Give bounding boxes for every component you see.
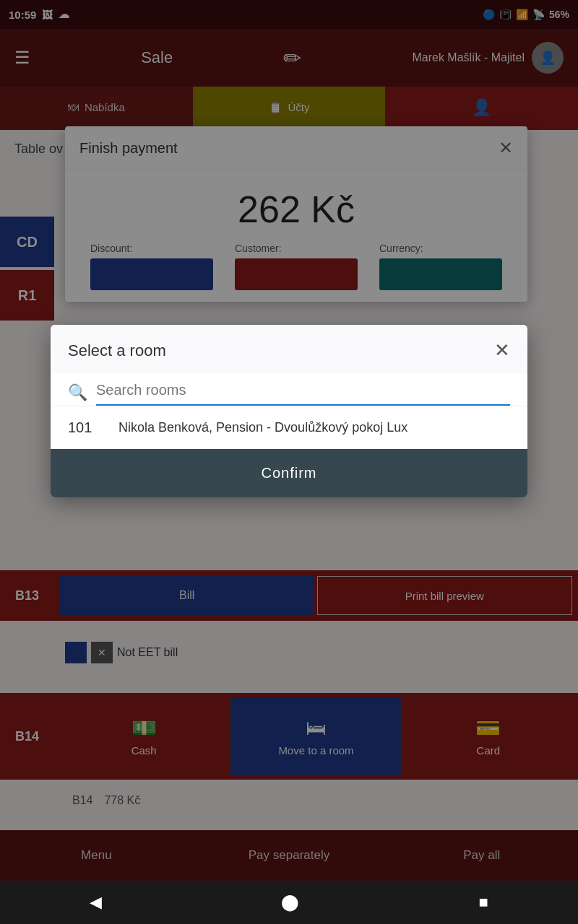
back-button[interactable]: ◀ bbox=[90, 893, 102, 912]
room-number: 101 bbox=[68, 419, 104, 436]
select-room-dialog: Select a room ✕ 🔍 101 Nikola Benková, Pe… bbox=[51, 325, 527, 497]
confirm-label: Confirm bbox=[261, 465, 316, 481]
home-button[interactable]: ⬤ bbox=[281, 893, 299, 912]
rd-title: Select a room bbox=[68, 341, 166, 360]
android-nav: ◀ ⬤ ■ bbox=[0, 881, 578, 924]
room-list-item[interactable]: 101 Nikola Benková, Pension - Dvoulůžkov… bbox=[51, 406, 527, 449]
search-icon: 🔍 bbox=[68, 383, 87, 402]
confirm-button[interactable]: Confirm bbox=[51, 449, 527, 497]
rd-list: 101 Nikola Benková, Pension - Dvoulůžkov… bbox=[51, 406, 527, 449]
recent-button[interactable]: ■ bbox=[479, 893, 488, 912]
rd-close-button[interactable]: ✕ bbox=[494, 339, 510, 362]
rd-search-area[interactable]: 🔍 bbox=[51, 373, 527, 406]
room-description: Nikola Benková, Pension - Dvoulůžkový po… bbox=[118, 420, 407, 435]
search-input[interactable] bbox=[96, 379, 510, 406]
rd-header: Select a room ✕ bbox=[51, 325, 527, 373]
